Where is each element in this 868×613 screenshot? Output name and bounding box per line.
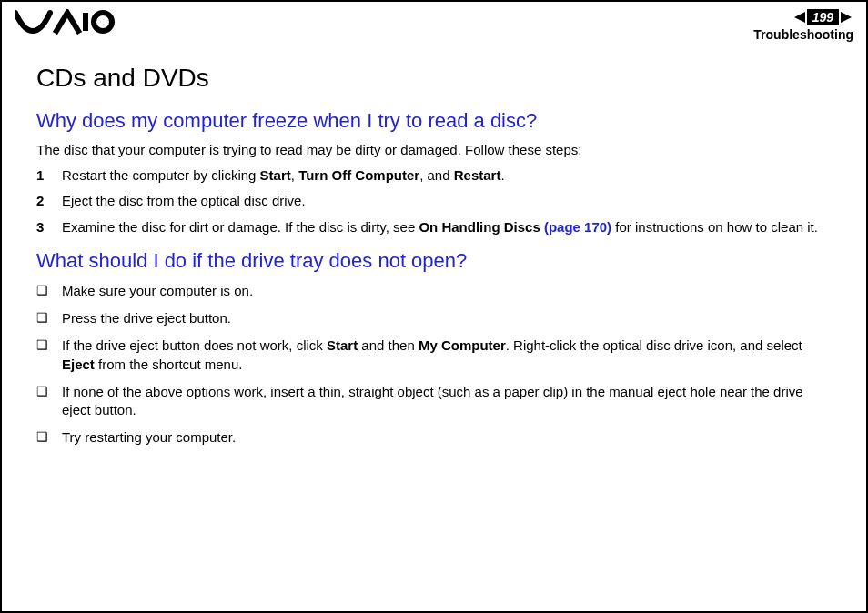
item-text: from the shortcut menu. (95, 357, 243, 372)
header-right: 199 Troubleshooting (753, 9, 853, 42)
steps-list: Restart the computer by clicking Start, … (36, 166, 832, 236)
item-text: If the drive eject button does not work,… (62, 337, 327, 353)
page-content: CDs and DVDs Why does my computer freeze… (2, 45, 866, 447)
list-item: Make sure your computer is on. (36, 282, 832, 300)
item-text: If none of the above options work, inser… (62, 384, 803, 417)
next-page-icon[interactable] (839, 10, 853, 25)
page-nav: 199 (753, 9, 853, 25)
bullet-list: Make sure your computer is on. Press the… (36, 282, 832, 447)
item-text: . Right-click the optical disc drive ico… (506, 337, 802, 353)
ui-term: Eject (62, 357, 95, 372)
step-text: Examine the disc for dirt or damage. If … (62, 219, 419, 235)
page-container: 199 Troubleshooting CDs and DVDs Why doe… (0, 0, 868, 613)
step-text: . (500, 167, 504, 183)
intro-text: The disc that your computer is trying to… (36, 142, 832, 157)
page-title: CDs and DVDs (36, 64, 832, 93)
ui-term: Turn Off Computer (298, 167, 419, 183)
step-text: Restart the computer by clicking (62, 167, 260, 183)
step-item: Eject the disc from the optical disc dri… (36, 192, 832, 210)
list-item: Try restarting your computer. (36, 428, 832, 447)
list-item: If none of the above options work, inser… (36, 383, 832, 420)
svg-rect-0 (83, 13, 88, 31)
ui-term: Restart (454, 167, 501, 183)
question-heading: Why does my computer freeze when I try t… (36, 109, 832, 133)
item-text: Make sure your computer is on. (62, 283, 253, 298)
item-text: Press the drive eject button. (62, 310, 231, 326)
item-text: and then (358, 337, 419, 353)
step-item: Restart the computer by clicking Start, … (36, 166, 832, 185)
prev-page-icon[interactable] (792, 10, 807, 25)
question-heading: What should I do if the drive tray does … (36, 249, 832, 273)
svg-point-1 (94, 13, 112, 31)
step-text: for instructions on how to clean it. (611, 219, 818, 235)
page-number: 199 (807, 9, 839, 25)
step-text: Eject the disc from the optical disc dri… (62, 193, 306, 208)
section-label: Troubleshooting (753, 27, 853, 42)
step-text: , and (419, 167, 454, 183)
svg-marker-2 (794, 12, 805, 23)
page-xref-link[interactable]: (page 170) (544, 219, 611, 235)
list-item: If the drive eject button does not work,… (36, 337, 832, 374)
item-text: Try restarting your computer. (62, 429, 236, 445)
ui-term: Start (260, 167, 291, 183)
svg-marker-3 (841, 12, 852, 23)
step-text: , (291, 167, 298, 183)
ui-term: Start (327, 337, 358, 353)
list-item: Press the drive eject button. (36, 309, 832, 327)
step-item: Examine the disc for dirt or damage. If … (36, 218, 832, 236)
xref-title: On Handling Discs (419, 219, 544, 235)
page-header: 199 Troubleshooting (2, 2, 866, 45)
ui-term: My Computer (419, 337, 506, 353)
vaio-logo (15, 9, 115, 35)
